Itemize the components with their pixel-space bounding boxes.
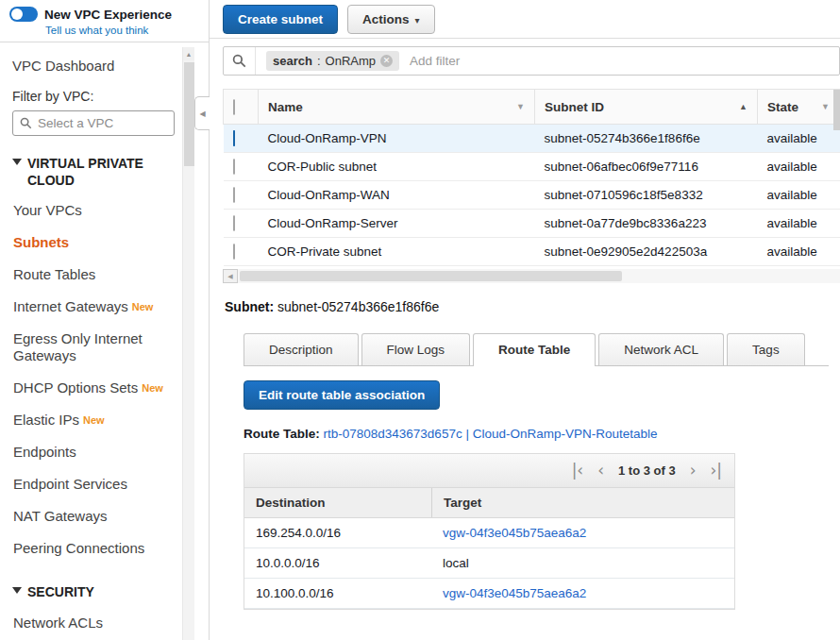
new-experience-label: New VPC Experience xyxy=(44,8,172,22)
vertical-scrollbar[interactable] xyxy=(833,90,840,130)
new-experience-banner: New VPC Experience Tell us what you thin… xyxy=(0,0,209,42)
table-row[interactable]: COR-Private subnet subnet-0e92905e2d4225… xyxy=(224,238,840,266)
sidebar-item-network-acls[interactable]: Network ACLs xyxy=(12,607,180,639)
sidebar-item-nat-gateways[interactable]: NAT Gateways xyxy=(12,500,180,532)
target-link[interactable]: vgw-04f3e045b75aea6a2 xyxy=(443,586,586,600)
sidebar-item-vpc-dashboard[interactable]: VPC Dashboard xyxy=(12,58,180,74)
tab-flow-logs[interactable]: Flow Logs xyxy=(361,333,471,365)
filter-bar[interactable]: search : OnRAmp ✕ Add filter xyxy=(223,46,840,76)
sidebar-item-your-vpcs[interactable]: Your VPCs xyxy=(12,194,180,227)
table-row[interactable]: Cloud-OnRamp-VPN subnet-05274b366e1f86f6… xyxy=(224,125,840,153)
section-security[interactable]: SECURITY xyxy=(12,583,180,600)
pagination-bar: |‹ ‹ 1 to 3 of 3 › ›| xyxy=(244,454,734,488)
row-checkbox[interactable] xyxy=(233,159,235,175)
route-table-summary: Route Table: rtb-07808d343673d657c | Clo… xyxy=(244,427,829,441)
section-virtual-private-cloud[interactable]: VIRTUAL PRIVATE CLOUD xyxy=(12,155,180,189)
create-subnet-button[interactable]: Create subnet xyxy=(223,5,338,34)
table-row[interactable]: Cloud-OnRamp-WAN subnet-0710596c18f5e833… xyxy=(224,181,840,210)
route-row: 10.100.0.0/16 vgw-04f3e045b75aea6a2 xyxy=(244,579,734,609)
sidebar-collapse-handle[interactable]: ◀ xyxy=(194,96,210,130)
vpc-filter-input[interactable] xyxy=(38,116,160,130)
scroll-up-icon[interactable]: ▲ xyxy=(183,47,194,60)
row-checkbox[interactable] xyxy=(233,215,235,231)
vpc-filter-search[interactable] xyxy=(12,110,175,136)
new-badge: New xyxy=(83,414,105,426)
toggle-knob xyxy=(11,8,23,20)
sidebar-scrollbar[interactable]: ▲ xyxy=(182,47,194,640)
sidebar-item-endpoints[interactable]: Endpoints xyxy=(12,436,180,468)
search-icon xyxy=(232,47,256,75)
column-header-target[interactable]: Target xyxy=(431,488,734,517)
row-checkbox[interactable] xyxy=(233,130,235,146)
last-page-icon[interactable]: ›| xyxy=(710,463,722,479)
new-badge: New xyxy=(142,382,163,394)
target-link[interactable]: vgw-04f3e045b75aea6a2 xyxy=(443,526,586,540)
horizontal-scrollbar[interactable]: ◀ xyxy=(223,269,840,283)
sidebar-item-route-tables[interactable]: Route Tables xyxy=(12,259,180,291)
filter-tag[interactable]: search : OnRAmp ✕ xyxy=(266,51,399,71)
select-all-checkbox[interactable] xyxy=(233,99,235,115)
route-table-link[interactable]: rtb-07808d343673d657c | Cloud-OnRamp-VPN… xyxy=(324,427,658,441)
previous-page-icon[interactable]: ‹ xyxy=(597,463,604,479)
chevron-down-icon: ▾ xyxy=(415,15,420,25)
new-badge: New xyxy=(132,301,154,312)
column-header-name[interactable]: Name▼ xyxy=(259,90,535,125)
toolbar: Create subnet Actions▾ xyxy=(210,0,840,39)
column-header-subnet-id[interactable]: Subnet ID▲ xyxy=(535,90,758,125)
chevron-down-icon xyxy=(12,159,22,165)
tab-tags[interactable]: Tags xyxy=(727,333,805,365)
detail-panel: Description Flow Logs Route Table Networ… xyxy=(244,333,840,610)
remove-filter-icon[interactable]: ✕ xyxy=(380,55,393,67)
sort-icon[interactable]: ▼ xyxy=(516,102,525,111)
routes-table: |‹ ‹ 1 to 3 of 3 › ›| Destination Target… xyxy=(244,453,735,610)
selected-subnet-summary: Subnet: subnet-05274b366e1f86f6e xyxy=(225,299,840,314)
scrollbar-thumb[interactable] xyxy=(184,62,194,166)
new-experience-toggle[interactable] xyxy=(9,7,38,22)
sidebar-nav: VPC Dashboard Filter by VPC: VIRTUAL PRI… xyxy=(0,42,209,640)
sort-asc-icon[interactable]: ▲ xyxy=(739,102,748,111)
tab-description[interactable]: Description xyxy=(244,333,359,365)
actions-button[interactable]: Actions▾ xyxy=(347,5,435,34)
row-checkbox[interactable] xyxy=(233,187,235,203)
tab-network-acl[interactable]: Network ACL xyxy=(598,333,724,365)
sidebar-item-elastic-ips[interactable]: Elastic IPsNew xyxy=(12,404,180,436)
sidebar-item-peering-connections[interactable]: Peering Connections xyxy=(12,532,180,564)
column-header-destination[interactable]: Destination xyxy=(244,488,431,517)
sidebar-item-endpoint-services[interactable]: Endpoint Services xyxy=(12,468,180,500)
select-all-header xyxy=(224,90,259,125)
search-icon xyxy=(20,117,32,129)
sidebar: New VPC Experience Tell us what you thin… xyxy=(0,0,210,640)
tab-route-table[interactable]: Route Table xyxy=(473,333,596,366)
pagination-count: 1 to 3 of 3 xyxy=(618,463,676,478)
selected-subnet-id: subnet-05274b366e1f86f6e xyxy=(277,299,439,314)
vpc-console: New VPC Experience Tell us what you thin… xyxy=(0,0,840,640)
feedback-link[interactable]: Tell us what you think xyxy=(45,25,199,36)
scroll-left-icon[interactable]: ◀ xyxy=(223,269,238,283)
first-page-icon[interactable]: |‹ xyxy=(572,463,584,479)
routes-header: Destination Target xyxy=(244,488,734,518)
sidebar-item-egress-only-internet-gateways[interactable]: Egress Only Internet Gateways xyxy=(12,323,180,372)
detail-tabs: Description Flow Logs Route Table Networ… xyxy=(244,333,829,366)
column-header-state[interactable]: State▼ xyxy=(758,90,840,125)
subnet-table-wrap: Name▼ Subnet ID▲ State▼ Cloud-OnRamp-VPN xyxy=(223,89,840,266)
chevron-down-icon xyxy=(12,587,22,594)
table-row[interactable]: Cloud-OnRamp-Server subnet-0a77de9bc8336… xyxy=(224,210,840,238)
edit-route-table-association-button[interactable]: Edit route table association xyxy=(244,380,440,410)
main-content: Create subnet Actions▾ search : OnRAmp ✕… xyxy=(210,0,840,640)
table-row[interactable]: COR-Public subnet subnet-06afbec06f9e771… xyxy=(224,153,840,181)
scrollbar-thumb[interactable] xyxy=(240,271,622,281)
filter-by-vpc-label: Filter by VPC: xyxy=(12,89,180,104)
row-checkbox[interactable] xyxy=(233,244,235,260)
add-filter-input[interactable]: Add filter xyxy=(410,54,460,68)
sidebar-item-internet-gateways[interactable]: Internet GatewaysNew xyxy=(12,291,180,323)
sidebar-item-dhcp-options-sets[interactable]: DHCP Options SetsNew xyxy=(12,372,180,404)
route-row: 169.254.0.0/16 vgw-04f3e045b75aea6a2 xyxy=(244,518,734,548)
subnet-table: Name▼ Subnet ID▲ State▼ Cloud-OnRamp-VPN xyxy=(223,89,840,266)
route-row: 10.0.0.0/16 local xyxy=(244,548,734,579)
sort-icon[interactable]: ▼ xyxy=(821,102,830,111)
sidebar-item-subnets[interactable]: Subnets xyxy=(12,227,180,259)
route-table-tab-content: Edit route table association Route Table… xyxy=(244,366,829,610)
next-page-icon[interactable]: › xyxy=(690,463,697,479)
